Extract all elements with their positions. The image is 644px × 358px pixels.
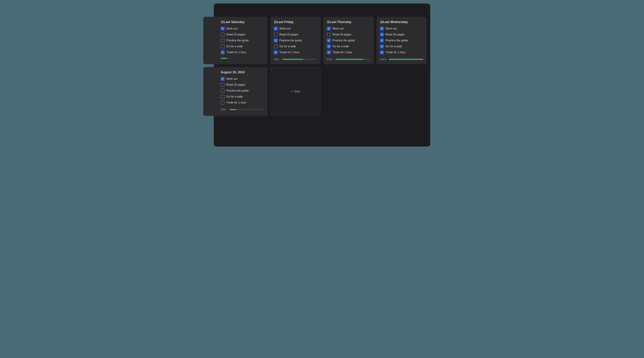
checkbox-checked[interactable]: ✓ — [327, 38, 331, 42]
task-item: Read 20 pages — [274, 33, 317, 36]
top-bar — [217, 7, 427, 14]
task-label: Work out — [226, 27, 238, 30]
checkbox-unchecked[interactable] — [221, 83, 224, 87]
task-label: Read 20 pages — [332, 33, 352, 36]
task-item: ✓Read 20 pages — [380, 33, 423, 36]
task-label: Trade for 1 hour — [226, 101, 246, 104]
task-item: ✓Work out — [327, 27, 370, 30]
checkbox-unchecked[interactable] — [221, 101, 224, 104]
task-item: ✓Practice the guitar — [327, 38, 370, 42]
progress-bar-background — [336, 59, 370, 60]
new-card-content: +New — [290, 89, 300, 93]
task-label: Practice the guitar — [226, 39, 249, 42]
checkbox-checked[interactable]: ✓ — [221, 77, 224, 81]
checkbox-unchecked[interactable] — [327, 33, 331, 36]
checkmark-icon: ✓ — [275, 39, 277, 42]
checkbox-checked[interactable]: ✓ — [380, 50, 384, 54]
progress-section — [221, 58, 264, 59]
checkbox-checked[interactable]: ✓ — [274, 38, 278, 42]
progress-percent: 60% — [274, 58, 281, 61]
task-label: Go for a walk — [332, 45, 349, 48]
task-item: Read 20 pages — [221, 83, 264, 87]
checkbox-unchecked[interactable] — [221, 44, 224, 48]
checkmark-icon: ✓ — [381, 39, 383, 42]
progress-bar-background — [282, 59, 317, 60]
card-title: @Last Thursday — [327, 20, 370, 24]
checkmark-icon: ✓ — [222, 77, 224, 80]
task-item: ✓Work out — [221, 77, 264, 81]
checkbox-checked[interactable]: ✓ — [221, 50, 224, 54]
task-list: ✓Work outRead 20 pages✓Practice the guit… — [327, 27, 370, 54]
checkbox-unchecked[interactable] — [221, 95, 224, 99]
task-label: Practice the guitar — [226, 89, 249, 92]
checkmark-icon: ✓ — [381, 33, 383, 36]
checkmark-icon: ✓ — [328, 27, 330, 30]
checkbox-unchecked[interactable] — [221, 89, 224, 93]
app-container: @Last Saturday✓Work outRead 20 pagesPrac… — [214, 3, 430, 147]
checkbox-unchecked[interactable] — [274, 33, 278, 36]
task-label: Work out — [386, 27, 397, 30]
new-card-button[interactable]: +New — [270, 67, 320, 116]
progress-section: 80% — [327, 58, 370, 61]
task-label: Practice the guitar — [332, 39, 355, 42]
task-item: ✓Practice the guitar — [274, 38, 317, 42]
task-label: Read 20 pages — [386, 33, 404, 36]
task-label: Practice the guitar — [386, 39, 408, 42]
checkbox-unchecked[interactable] — [221, 38, 224, 42]
task-item: Practice the guitar — [221, 89, 264, 93]
task-item: ✓Go for a walk — [327, 44, 370, 48]
checkbox-unchecked[interactable] — [274, 44, 278, 48]
card-title: @Last Saturday — [221, 20, 264, 24]
task-list: ✓Work outRead 20 pagesPractice the guita… — [221, 77, 264, 104]
task-label: Work out — [332, 27, 344, 30]
checkbox-checked[interactable]: ✓ — [380, 27, 384, 30]
card-title: August 19, 2024 — [221, 70, 264, 74]
progress-bar-fill — [282, 59, 303, 60]
task-item: ✓Trade for 1 hour — [380, 50, 423, 54]
progress-bar-fill — [336, 59, 363, 60]
task-item: Read 20 pages — [327, 33, 370, 36]
card-title: @Last Friday — [274, 20, 317, 24]
task-card-col-aug19: August 19, 2024✓Work outRead 20 pagesPra… — [203, 67, 268, 116]
task-label: Go for a walk — [226, 45, 243, 48]
task-list: ✓Work outRead 20 pages✓Practice the guit… — [274, 27, 317, 54]
task-item: Trade for 1 hour — [221, 101, 264, 104]
task-label: Trade for 1 hour — [280, 51, 299, 54]
checkbox-checked[interactable]: ✓ — [221, 27, 224, 30]
checkbox-unchecked[interactable] — [221, 33, 224, 36]
progress-section: 60% — [274, 58, 317, 61]
task-label: Go for a walk — [280, 45, 296, 48]
task-label: Trade for 1 hour — [332, 51, 352, 54]
checkbox-checked[interactable]: ✓ — [327, 44, 331, 48]
task-label: Go for a walk — [226, 95, 243, 98]
checkbox-checked[interactable]: ✓ — [274, 27, 278, 30]
progress-section: 20% — [221, 108, 264, 111]
task-label: Read 20 pages — [280, 33, 298, 36]
checkbox-checked[interactable]: ✓ — [327, 50, 331, 54]
bottom-cards-row: August 19, 2024✓Work outRead 20 pagesPra… — [217, 67, 427, 116]
task-label: Read 20 pages — [226, 83, 245, 86]
checkbox-checked[interactable]: ✓ — [380, 33, 384, 36]
checkbox-checked[interactable]: ✓ — [327, 27, 331, 30]
task-card-col-thursday: @Last Thursday✓Work outRead 20 pages✓Pra… — [324, 17, 374, 64]
checkbox-checked[interactable]: ✓ — [380, 44, 384, 48]
task-card-col-wednesday: @Last Wednesday✓Work out✓Read 20 pages✓P… — [376, 17, 427, 64]
task-item: Read 20 pages — [221, 33, 264, 36]
task-item: ✓Trade for 1 hour — [327, 50, 370, 54]
progress-bar-background — [221, 58, 231, 59]
task-item: ✓Trade for 1 hour — [221, 50, 264, 54]
progress-bar-background — [230, 109, 264, 110]
task-item: Go for a walk — [274, 44, 317, 48]
task-item: Go for a walk — [221, 44, 264, 48]
checkmark-icon: ✓ — [381, 27, 383, 30]
progress-bar-fill — [221, 58, 227, 59]
checkbox-checked[interactable]: ✓ — [274, 50, 278, 54]
checkmark-icon: ✓ — [328, 51, 330, 54]
task-item: ✓Work out — [380, 27, 423, 30]
progress-bar-fill — [389, 59, 423, 60]
task-label: Go for a walk — [386, 45, 402, 48]
new-card-label: New — [294, 90, 300, 93]
task-label: Read 20 pages — [226, 33, 245, 36]
top-cards-row: @Last Saturday✓Work outRead 20 pagesPrac… — [217, 17, 427, 64]
checkbox-checked[interactable]: ✓ — [380, 38, 384, 42]
